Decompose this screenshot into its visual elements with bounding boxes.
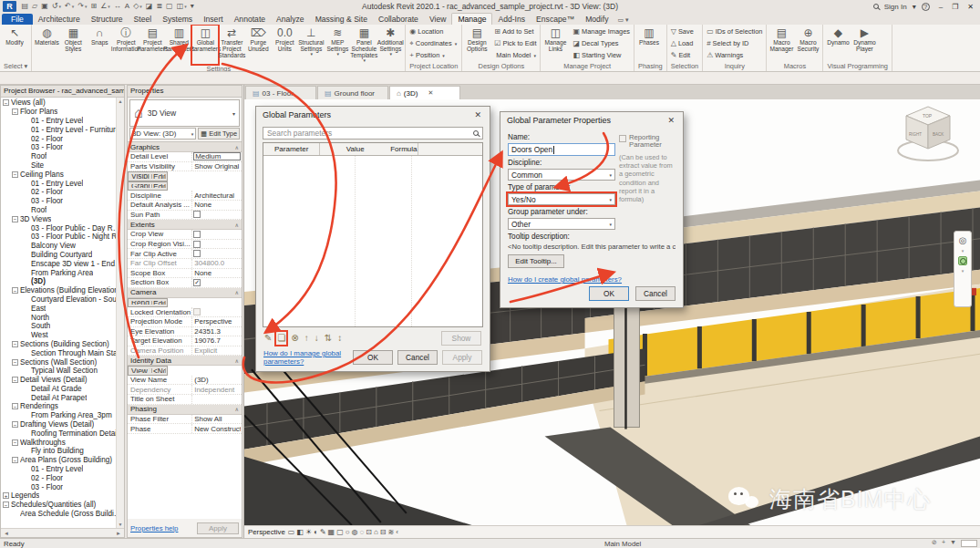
tree-item[interactable]: Schedules/Quantities (all)	[1, 501, 124, 510]
section-icon[interactable]: ◪▾	[144, 1, 154, 12]
view-tab[interactable]: (3D) ✕	[389, 86, 460, 99]
view-tab[interactable]: Ground floor ✕	[317, 86, 388, 99]
zoom-icon[interactable]	[958, 256, 967, 265]
switch-windows-icon[interactable]: ◫▾	[175, 1, 188, 12]
view-properties-icon[interactable]: ⊡	[366, 528, 372, 536]
cancel-button[interactable]: Cancel	[397, 350, 438, 365]
ribbon-tab[interactable]: Structure	[86, 14, 129, 25]
properties-section-header[interactable]: Phasing∧	[128, 405, 242, 415]
tree-item[interactable]: Building Courtyard	[1, 251, 124, 260]
ribbon-button[interactable]: ⊞Add to Set▾	[492, 26, 538, 37]
group-parameter-select[interactable]: Other▾	[508, 218, 615, 230]
property-checkbox[interactable]	[193, 241, 201, 248]
tree-item[interactable]: 03 - Floor Public - Day Rend	[1, 223, 124, 233]
ribbon-button[interactable]: ▥Phases▾	[636, 26, 662, 46]
crop-view-icon[interactable]: ▦	[328, 528, 335, 536]
tree-item[interactable]: 03 - Floor	[1, 143, 124, 152]
ribbon-tab[interactable]: Manage	[451, 13, 492, 25]
visual-style-icon[interactable]: ◧	[296, 528, 304, 536]
property-value[interactable]: Perspective	[193, 317, 241, 326]
property-row[interactable]: Discipline Architectural	[128, 191, 242, 201]
section-collapse-icon[interactable]: ∧	[235, 144, 239, 150]
tree-item[interactable]: Section Through Main Stair	[1, 348, 124, 357]
property-value[interactable]: Edit...	[151, 184, 166, 189]
property-value[interactable]: New Construction	[193, 425, 241, 433]
manage-parameters-help-link[interactable]: How do I manage global parameters?	[263, 349, 348, 366]
project-browser-vscrollbar[interactable]: ▲▼	[116, 98, 124, 528]
property-value[interactable]: Explicit	[193, 346, 241, 355]
table-column-header[interactable]: Parameter	[263, 143, 320, 155]
edit-type-button[interactable]: ▦Edit Type	[198, 128, 240, 140]
ribbon-button[interactable]: ▣Manage Images▾	[571, 26, 632, 37]
tree-expander-icon[interactable]	[12, 109, 18, 115]
edit-global-parameter-icon[interactable]: ✎	[264, 333, 272, 344]
reporting-parameter-checkbox[interactable]	[619, 135, 626, 142]
ribbon-tab[interactable]: View	[424, 14, 451, 25]
property-row[interactable]: Scope Box None	[128, 269, 242, 279]
tree-item[interactable]: Roof	[1, 152, 124, 161]
press-drag-select-icon[interactable]: +	[942, 539, 945, 546]
scroll-left-icon[interactable]: ◄	[4, 531, 9, 536]
window-control-button[interactable]: ✕	[964, 3, 977, 11]
property-value[interactable]: Show All	[193, 415, 241, 423]
property-row[interactable]: Locked Orientation	[128, 307, 242, 317]
property-value[interactable]: (3D)	[193, 376, 241, 384]
property-value[interactable]: Medium	[193, 152, 241, 160]
property-row[interactable]: Rendering Settings Edit...	[128, 298, 168, 308]
type-of-parameter-select[interactable]: Yes/No▾	[508, 193, 615, 205]
ribbon-panel-label[interactable]: Design Options	[464, 61, 538, 71]
tree-item[interactable]: Area Plans (Gross Building)	[1, 456, 124, 465]
property-row[interactable]: Far Clip Active	[128, 249, 242, 259]
ribbon-button[interactable]: Main Model▾	[492, 49, 538, 61]
ribbon-tab[interactable]: File	[2, 14, 33, 25]
property-row[interactable]: Default Analysis ... None	[128, 201, 242, 211]
section-collapse-icon[interactable]: ∧	[235, 406, 239, 412]
property-checkbox[interactable]	[193, 231, 201, 238]
sun-path-icon[interactable]: ☀	[305, 528, 312, 536]
reveal-hidden-icon[interactable]: ◌	[360, 528, 365, 536]
property-value[interactable]: Show Original	[193, 162, 241, 171]
scroll-up-icon[interactable]: ▲	[119, 98, 123, 104]
ribbon-tab[interactable]: Analyze	[271, 14, 310, 25]
ribbon-button[interactable]: ◪Decal Types▾	[571, 37, 632, 49]
properties-section-header[interactable]: Camera∧	[128, 288, 242, 298]
tree-expander-icon[interactable]	[3, 501, 9, 508]
close-icon[interactable]: ✕	[472, 110, 483, 119]
collapse-icon[interactable]: ‹	[396, 528, 398, 536]
tree-item[interactable]: Renderings	[1, 402, 124, 411]
tree-item[interactable]: Elevations (Building Elevation)	[1, 286, 124, 295]
scroll-right-icon[interactable]: ►	[116, 531, 121, 536]
property-checkbox[interactable]	[193, 308, 201, 315]
property-row[interactable]: Target Elevation 19076.7	[128, 336, 242, 346]
apply-button[interactable]: Apply	[442, 350, 482, 365]
ribbon-button[interactable]: ↖Modify▾	[2, 26, 27, 46]
tree-item[interactable]: 01 - Entry Level	[1, 117, 124, 126]
ribbon-tab[interactable]: Steel	[129, 14, 158, 25]
project-browser-title[interactable]: Project Browser - rac_advanced_sample_..…	[1, 86, 124, 98]
default-3d-view-icon[interactable]: ◇▾	[132, 1, 144, 12]
property-checkbox[interactable]	[193, 211, 201, 218]
revit-logo-icon[interactable]: R	[3, 1, 16, 12]
tree-item[interactable]: Ceiling Plans	[1, 170, 124, 179]
tree-item[interactable]: (3D)	[1, 277, 124, 286]
tree-item[interactable]: Roofing Termination Detail	[1, 429, 124, 438]
save-icon[interactable]: ▣▾	[40, 1, 50, 12]
steering-wheel-icon[interactable]: ◎	[959, 235, 967, 245]
tree-item[interactable]: Enscape 3D view 1 - End of C	[1, 259, 124, 268]
window-control-button[interactable]: ❐	[948, 3, 962, 11]
tree-item[interactable]: Fly into Building	[1, 447, 124, 456]
section-collapse-icon[interactable]: ∧	[235, 357, 239, 364]
worksets-icon[interactable]: ≋	[388, 528, 395, 536]
property-row[interactable]: Far Clip Offset 304800.0	[128, 259, 242, 269]
tree-expander-icon[interactable]	[12, 171, 18, 178]
filter-icon[interactable]: ▼	[950, 539, 956, 546]
property-row[interactable]: Detail Level Medium	[128, 152, 242, 162]
tree-item[interactable]: Balcony View	[1, 242, 124, 251]
tree-item[interactable]: 02 - Floor	[1, 473, 124, 482]
ribbon-button[interactable]: ⊥Structural Settings▾	[298, 26, 324, 64]
ribbon-tab[interactable]: Modify	[580, 14, 614, 25]
tree-item[interactable]: Detail At Parapet	[1, 393, 124, 402]
ribbon-button[interactable]: ⌖Coordinates▾	[407, 37, 459, 49]
property-row[interactable]: Crop Region Visi...	[128, 240, 242, 250]
name-input[interactable]: Doors Open	[508, 143, 615, 156]
